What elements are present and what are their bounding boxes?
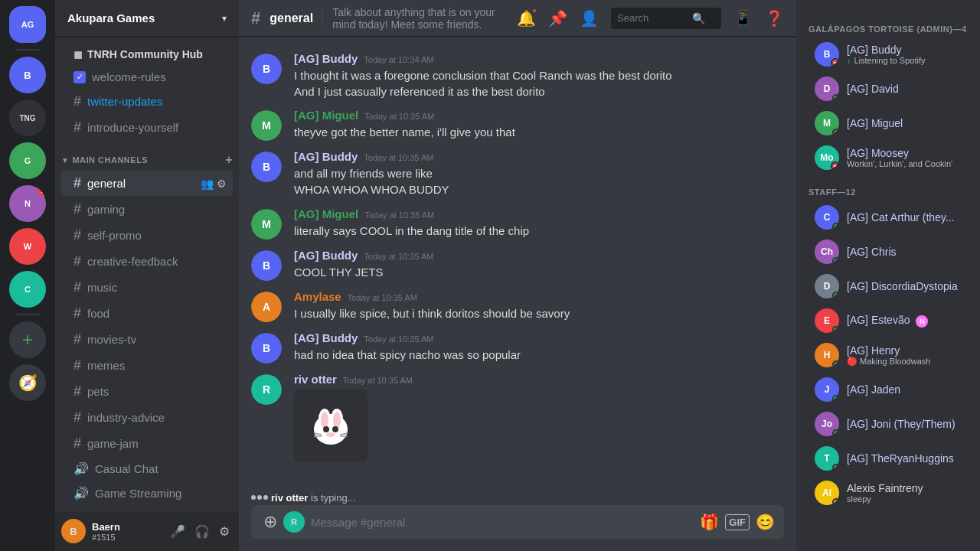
explore-button[interactable]: 🧭 — [9, 364, 46, 401]
member-avatar: M — [815, 111, 839, 135]
message-content: [AG] Buddy Today at 10:35 AM and all my … — [294, 150, 784, 197]
server-icon-current[interactable]: AG — [9, 6, 46, 43]
online-status-icon — [832, 326, 839, 333]
user-discriminator: #1515 — [92, 533, 161, 542]
channel-twitter-updates[interactable]: # twitter-updates — [61, 89, 233, 114]
search-icon[interactable]: 🔍 — [692, 12, 705, 24]
search-input[interactable] — [617, 12, 686, 24]
message-group: M [AG] Miguel Today at 10:35 AM literall… — [239, 204, 796, 243]
message-input[interactable] — [305, 508, 697, 536]
voice-channel-casual-chat[interactable]: 🔊 Casual Chat — [61, 457, 233, 481]
hash-icon: # — [74, 331, 81, 347]
member-name: [AG] Moosey — [847, 147, 968, 159]
hash-icon: # — [74, 175, 81, 191]
member-item[interactable]: D [AG] DiscordiaDystopia — [802, 269, 974, 303]
member-item[interactable]: C [AG] Cat Arthur (they... — [802, 201, 974, 234]
member-info: [AG] DiscordiaDystopia — [847, 280, 968, 292]
mute-button[interactable]: 🎤 — [167, 521, 188, 542]
online-status-icon — [832, 395, 839, 402]
member-name: [AG] DiscordiaDystopia — [847, 280, 968, 292]
server-sidebar: AG B TNG G N 1 W C + 🧭 — [0, 0, 55, 551]
members-section-staff-header: STAFF—12 — [796, 175, 980, 200]
channel-self-promo[interactable]: # self-promo — [61, 223, 233, 248]
user-settings-icon[interactable]: 👥 — [201, 178, 214, 190]
server-header[interactable]: Akupara Games ▾ — [55, 0, 239, 37]
member-item[interactable]: Jo [AG] Joni (They/Them) — [802, 407, 974, 441]
chat-avatar: R — [283, 511, 305, 533]
member-info: [AG] Henry 🔴 Making Bloodwash — [847, 344, 968, 367]
category-main-channels[interactable]: ▼ MAIN CHANNELS + — [55, 141, 239, 170]
main-content: # general Talk about anything that is on… — [239, 0, 796, 551]
server-icon-3[interactable]: N 1 — [9, 185, 46, 222]
server-icon-1[interactable]: TNG — [9, 99, 46, 136]
user-info: Baern #1515 — [92, 521, 161, 542]
message-text: theyve got the better name, i'll give yo… — [294, 125, 784, 141]
server-icon-0[interactable]: B — [9, 57, 46, 93]
members-icon[interactable]: 👤 — [580, 9, 599, 28]
server-icon-5[interactable]: C — [9, 271, 46, 308]
user-name: Baern — [92, 521, 161, 533]
member-item[interactable]: T [AG] TheRyanHuggins — [802, 442, 974, 475]
member-item[interactable]: H [AG] Henry 🔴 Making Bloodwash — [802, 338, 974, 372]
channel-game-jam[interactable]: # game-jam — [61, 431, 233, 456]
message-author: [AG] Buddy — [294, 150, 358, 163]
member-item[interactable]: E [AG] Estevão N — [802, 304, 974, 337]
channel-introduce-yourself[interactable]: # introduce-yourself — [61, 115, 233, 140]
deafen-button[interactable]: 🎧 — [191, 521, 213, 542]
message-header: [AG] Buddy Today at 10:35 AM — [294, 249, 784, 262]
member-avatar: C — [815, 205, 839, 230]
attach-icon[interactable]: ⊕ — [257, 512, 283, 532]
channel-movies-tv[interactable]: # movies-tv — [61, 327, 233, 352]
member-item[interactable]: Ch [AG] Chris — [802, 235, 974, 269]
online-status-icon — [832, 129, 839, 135]
channel-memes[interactable]: # memes — [61, 353, 233, 378]
online-status-icon — [832, 257, 839, 264]
message-text: had no idea that spicy nacho was so popu… — [294, 347, 784, 364]
pin-icon[interactable]: 📌 — [548, 9, 567, 28]
channel-music[interactable]: # music — [61, 275, 233, 300]
member-name: [AG] Joni (They/Them) — [847, 418, 968, 430]
server-icon-4[interactable]: W — [9, 228, 46, 265]
add-server-button[interactable]: + — [9, 321, 46, 358]
message-content: [AG] Buddy Today at 10:34 AM I thought i… — [294, 52, 784, 99]
member-avatar: B — [815, 42, 839, 67]
member-item[interactable]: Al Alexis Faintreny sleepy — [802, 476, 974, 510]
avatar: B — [251, 54, 282, 84]
add-channel-button[interactable]: + — [225, 153, 233, 167]
server-icon-2[interactable]: G — [9, 142, 46, 179]
user-controls: 🎤 🎧 ⚙ — [167, 521, 233, 542]
channel-gaming[interactable]: # gaming — [61, 197, 233, 222]
member-name: [AG] Jaden — [847, 383, 968, 396]
typing-indicator: riv otter is typing... — [239, 487, 796, 505]
emoji-button[interactable]: 😊 — [753, 510, 778, 534]
member-item[interactable]: D [AG] David — [802, 72, 974, 106]
gif-button[interactable]: GIF — [725, 514, 750, 530]
gift-button[interactable]: 🎁 — [697, 510, 722, 534]
member-item[interactable]: M [AG] Miguel — [802, 106, 974, 140]
member-item[interactable]: J [AG] Jaden — [802, 373, 974, 406]
community-hub-item[interactable]: ◼ TNRH Community Hub — [61, 44, 233, 65]
user-settings-button[interactable]: ⚙ — [216, 521, 233, 542]
avatar: M — [251, 209, 282, 240]
channel-creative-feedback[interactable]: # creative-feedback — [61, 249, 233, 274]
header-icons: 🔔 📌 👤 🔍 📱 ❓ — [517, 8, 784, 29]
online-status-icon — [832, 360, 839, 367]
message-header: [AG] Miguel Today at 10:35 AM — [294, 109, 784, 122]
inbox-icon[interactable]: 📱 — [733, 9, 753, 28]
member-name: [AG] TheRyanHuggins — [847, 452, 968, 465]
voice-channel-game-streaming[interactable]: 🔊 Game Streaming — [61, 481, 233, 505]
channel-settings-icon[interactable]: ⚙ — [217, 178, 227, 190]
channel-industry-advice[interactable]: # industry-advice — [61, 405, 233, 430]
help-icon[interactable]: ❓ — [765, 9, 784, 28]
member-name: [AG] Miguel — [847, 117, 968, 129]
channel-pets[interactable]: # pets — [61, 379, 233, 404]
search-box: 🔍 — [611, 8, 721, 29]
channel-welcome-rules[interactable]: ✓ welcome-rules — [61, 66, 233, 88]
member-item[interactable]: Mo [AG] Moosey Workin', Lurkin', and Coo… — [802, 141, 974, 174]
message-text: I usually like spice, but i think dorito… — [294, 306, 784, 322]
avatar: B — [251, 250, 282, 281]
channel-general[interactable]: # general 👥 ⚙ — [61, 171, 233, 196]
channel-food[interactable]: # food — [61, 301, 233, 326]
member-item[interactable]: B [AG] Buddy ♪ Listening to Spotify — [802, 37, 974, 71]
hash-icon: # — [74, 93, 81, 109]
